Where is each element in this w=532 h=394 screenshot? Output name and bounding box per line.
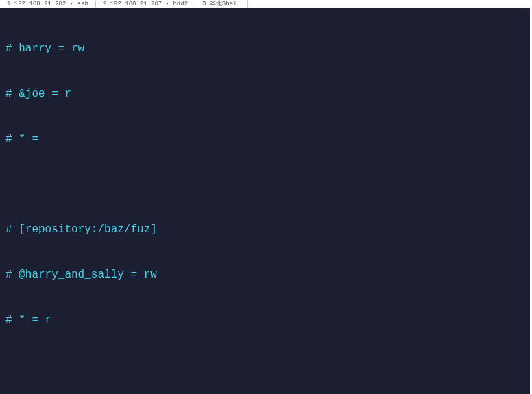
code-line: # * = bbox=[5, 133, 38, 145]
code-line: # @harry_and_sally = rw bbox=[5, 269, 157, 281]
tab-1[interactable]: 1 192.168.21.202 · ssh bbox=[0, 1, 96, 8]
code-line: # &joe = r bbox=[5, 88, 71, 100]
editor-area[interactable]: # harry = rw # &joe = r # * = # [reposit… bbox=[0, 8, 532, 394]
tab-3[interactable]: 3 本地Shell bbox=[195, 0, 248, 8]
code-line: # harry = rw bbox=[5, 42, 84, 55]
code-line: # * = r bbox=[5, 314, 51, 326]
tab-bar: 1 192.168.21.202 · ssh 2 192.168.21.207 … bbox=[0, 0, 532, 8]
code-line: # [repository:/baz/fuz] bbox=[5, 223, 157, 236]
tab-2[interactable]: 2 192.168.21.207 · hdd2 bbox=[96, 1, 195, 8]
